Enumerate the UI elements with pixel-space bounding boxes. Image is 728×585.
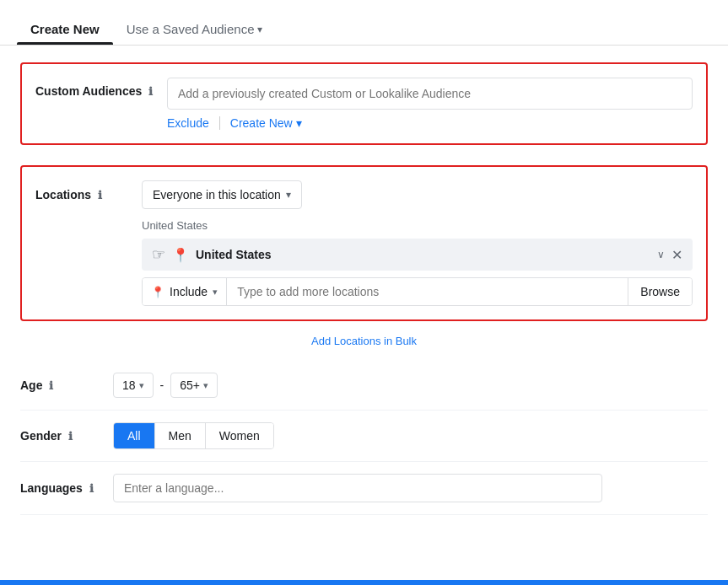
add-locations-bulk-link[interactable]: Add Locations in Bulk	[20, 335, 708, 347]
tab-saved-audience[interactable]: Use a Saved Audience ▾	[113, 13, 277, 45]
languages-row: Languages ℹ	[20, 462, 708, 515]
custom-audiences-actions: Exclude Create New ▾	[167, 116, 693, 130]
chevron-down-icon: ▾	[213, 287, 218, 298]
pin-small-icon: 📍	[151, 286, 164, 298]
exclude-link[interactable]: Exclude	[167, 116, 209, 130]
languages-info-icon[interactable]: ℹ	[89, 482, 94, 495]
languages-input[interactable]	[113, 474, 602, 502]
browse-button[interactable]: Browse	[628, 278, 692, 305]
custom-audiences-info-icon[interactable]: ℹ	[148, 85, 153, 98]
gender-all-button[interactable]: All	[114, 423, 155, 448]
location-type-input[interactable]	[227, 278, 628, 305]
chevron-down-icon: ▾	[296, 116, 302, 130]
locations-label: Locations ℹ	[35, 188, 128, 201]
chevron-down-icon: ▾	[257, 24, 262, 35]
chevron-down-icon: ▾	[286, 189, 291, 201]
include-dropdown-btn[interactable]: 📍 Include ▾	[143, 278, 227, 305]
age-dash: -	[160, 378, 164, 392]
age-row: Age ℹ 18 ▾ - 65+ ▾	[20, 361, 708, 411]
bottom-bar	[0, 580, 728, 585]
tab-create-new[interactable]: Create New	[17, 13, 113, 45]
chevron-down-icon[interactable]: ∨	[657, 249, 665, 260]
languages-controls	[113, 474, 602, 502]
chevron-down-icon: ▾	[139, 380, 144, 391]
gender-row: Gender ℹ All Men Women	[20, 411, 708, 462]
pin-icon: 📍	[172, 247, 189, 263]
cursor-icon: ☞	[152, 245, 165, 264]
age-label: Age ℹ	[20, 378, 113, 392]
gender-controls: All Men Women	[113, 422, 274, 449]
locations-section: Locations ℹ Everyone in this location ▾ …	[20, 165, 708, 321]
main-content: Custom Audiences ℹ Exclude Create New ▾	[0, 46, 728, 532]
locations-body: United States ☞ 📍 United States ∨ ✕ 📍 In	[142, 219, 693, 306]
age-min-select[interactable]: 18 ▾	[113, 373, 154, 398]
custom-audiences-label: Custom Audiences ℹ	[35, 78, 154, 98]
age-max-select[interactable]: 65+ ▾	[170, 373, 218, 398]
location-row-actions: ∨ ✕	[657, 247, 682, 263]
gender-info-icon[interactable]: ℹ	[68, 430, 73, 443]
gender-button-group: All Men Women	[113, 422, 274, 449]
selected-location-row: ☞ 📍 United States ∨ ✕	[142, 239, 693, 271]
custom-audiences-input[interactable]	[167, 78, 693, 110]
custom-audiences-right: Exclude Create New ▾	[167, 78, 693, 130]
tabs-bar: Create New Use a Saved Audience ▾	[0, 0, 728, 46]
gender-women-button[interactable]: Women	[206, 423, 273, 448]
gender-label: Gender ℹ	[20, 429, 113, 443]
page-container: Create New Use a Saved Audience ▾ Custom…	[0, 0, 728, 585]
locations-info-icon[interactable]: ℹ	[98, 189, 102, 201]
custom-audiences-section: Custom Audiences ℹ Exclude Create New ▾	[20, 62, 708, 145]
locations-header: Locations ℹ Everyone in this location ▾	[35, 180, 693, 209]
location-type-dropdown[interactable]: Everyone in this location ▾	[142, 180, 302, 209]
include-row: 📍 Include ▾ Browse	[142, 277, 693, 306]
create-new-link[interactable]: Create New ▾	[230, 116, 302, 130]
actions-divider	[219, 116, 220, 130]
age-info-icon[interactable]: ℹ	[49, 379, 53, 392]
close-icon[interactable]: ✕	[671, 247, 682, 263]
chevron-down-icon: ▾	[203, 380, 208, 391]
location-search-hint: United States	[142, 219, 693, 232]
selected-location-name: United States	[196, 248, 650, 261]
age-controls: 18 ▾ - 65+ ▾	[113, 373, 218, 398]
languages-label: Languages ℹ	[20, 481, 113, 495]
gender-men-button[interactable]: Men	[155, 423, 206, 448]
